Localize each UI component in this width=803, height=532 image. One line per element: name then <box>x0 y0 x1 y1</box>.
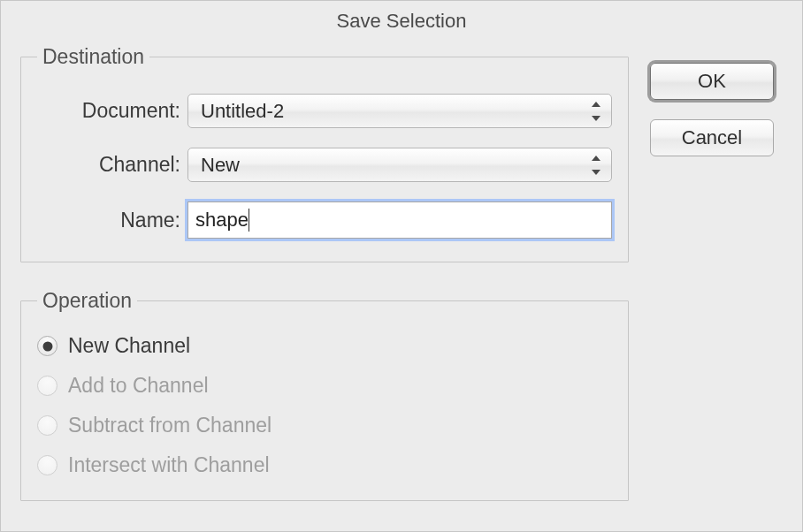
chevron-updown-icon <box>590 156 602 175</box>
radio-icon <box>37 336 57 356</box>
radio-label: Subtract from Channel <box>68 414 271 437</box>
destination-group: Destination Document: Untitled-2 Channel… <box>20 45 629 262</box>
dialog-title: Save Selection <box>1 1 802 45</box>
name-row: Name: shape <box>37 201 612 239</box>
channel-select-value: New <box>201 154 240 177</box>
panels: Destination Document: Untitled-2 Channel… <box>20 45 629 528</box>
dialog-buttons: OK Cancel <box>650 45 783 176</box>
operation-legend: Operation <box>37 289 137 313</box>
dialog-body: Destination Document: Untitled-2 Channel… <box>1 45 802 528</box>
destination-legend: Destination <box>37 45 149 69</box>
radio-label: Intersect with Channel <box>68 453 270 477</box>
chevron-updown-icon <box>590 102 602 121</box>
operation-new-channel[interactable]: New Channel <box>37 334 612 358</box>
radio-icon <box>37 455 57 475</box>
document-select-value: Untitled-2 <box>201 100 284 123</box>
channel-row: Channel: New <box>37 148 612 182</box>
operation-group: Operation New Channel Add to Channel Sub… <box>20 289 629 501</box>
channel-select[interactable]: New <box>187 148 612 182</box>
operation-intersect-with-channel: Intersect with Channel <box>37 453 612 477</box>
document-select[interactable]: Untitled-2 <box>187 94 612 128</box>
document-label: Document: <box>37 99 187 123</box>
text-caret-icon <box>249 209 250 232</box>
name-label: Name: <box>37 209 187 232</box>
radio-icon <box>37 376 57 396</box>
radio-icon <box>37 415 57 436</box>
radio-label: Add to Channel <box>68 374 209 398</box>
name-input[interactable]: shape <box>187 201 612 239</box>
cancel-button[interactable]: Cancel <box>650 119 774 156</box>
radio-label: New Channel <box>68 334 190 358</box>
save-selection-dialog: Save Selection Destination Document: Unt… <box>0 0 803 532</box>
operation-add-to-channel: Add to Channel <box>37 374 612 398</box>
ok-button[interactable]: OK <box>650 63 774 100</box>
operation-subtract-from-channel: Subtract from Channel <box>37 414 612 437</box>
name-input-value: shape <box>195 210 249 230</box>
document-row: Document: Untitled-2 <box>37 94 612 128</box>
channel-label: Channel: <box>37 153 187 177</box>
